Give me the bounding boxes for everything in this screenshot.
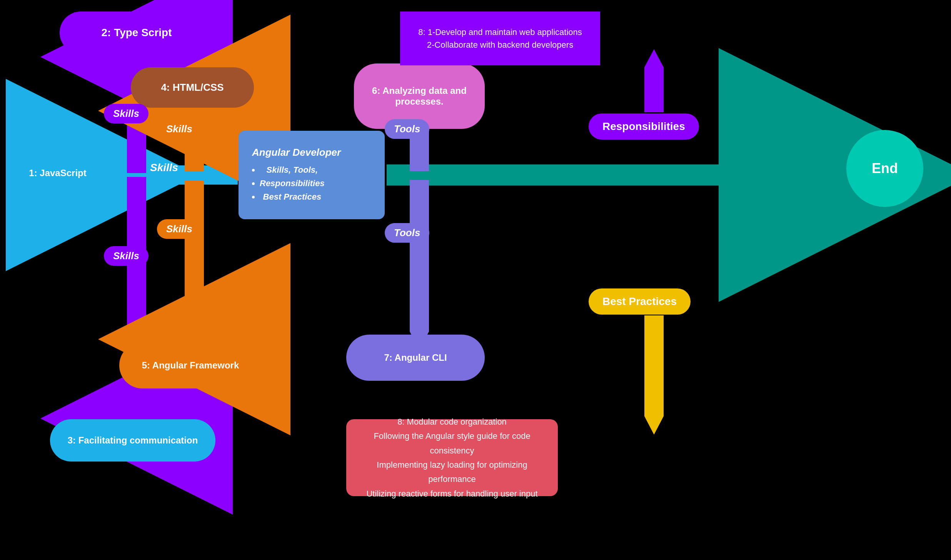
analyzing-label: 6: Analyzing data and processes. [354,85,485,107]
center-list: Skills, Tools, Responsibilities Best Pra… [252,163,325,204]
angular-cli-label: 7: Angular CLI [384,352,447,363]
html-css-node: 4: HTML/CSS [131,67,254,108]
center-item-1: Skills, Tools, [260,163,325,177]
typescript-label: 2: Type Script [101,27,172,39]
html-css-label: 4: HTML/CSS [161,82,224,93]
tools-label-down: Tools [385,223,429,243]
angular-fw-label: 5: Angular Framework [142,360,239,371]
center-node: Angular Developer Skills, Tools, Respons… [239,131,385,219]
skills-label-bottom-left: Skills [104,246,148,266]
skills-label-left: Skills [150,162,178,174]
skills-label-down-center: Skills [157,219,202,239]
end-label: End [872,160,898,177]
end-node: End [846,130,923,207]
responsibilities-text: 8: 1-Develop and maintain web applicatio… [418,26,582,51]
javascript-label: 1: JavaScript [29,168,86,178]
center-title: Angular Developer [252,147,341,158]
best-practices-text-node: 8: Modular code organization Following t… [346,419,558,496]
responsibilities-text-node: 8: 1-Develop and maintain web applicatio… [400,12,600,65]
facilitating-label: 3: Facilitating communication [68,435,198,446]
responsibilities-label: Responsibilities [589,113,699,140]
facilitating-node: 3: Facilitating communication [50,419,215,462]
javascript-node: 1: JavaScript [15,131,100,215]
angular-fw-node: 5: Angular Framework [119,342,262,388]
diagram-container: Angular Developer Skills, Tools, Respons… [0,0,951,560]
typescript-node: 2: Type Script [60,12,214,54]
best-practices-text: 8: Modular code organization Following t… [354,415,550,501]
angular-cli-node: 7: Angular CLI [346,335,485,381]
svg-marker-24 [644,416,664,435]
skills-label-top-left: Skills [104,104,148,123]
skills-label-up-center: Skills [157,119,202,139]
center-item-3: Best Practices [260,190,325,203]
center-item-2: Responsibilities [260,177,325,190]
tools-label-up: Tools [385,119,429,139]
svg-marker-26 [644,49,664,67]
best-practices-label: Best Practices [589,288,691,315]
